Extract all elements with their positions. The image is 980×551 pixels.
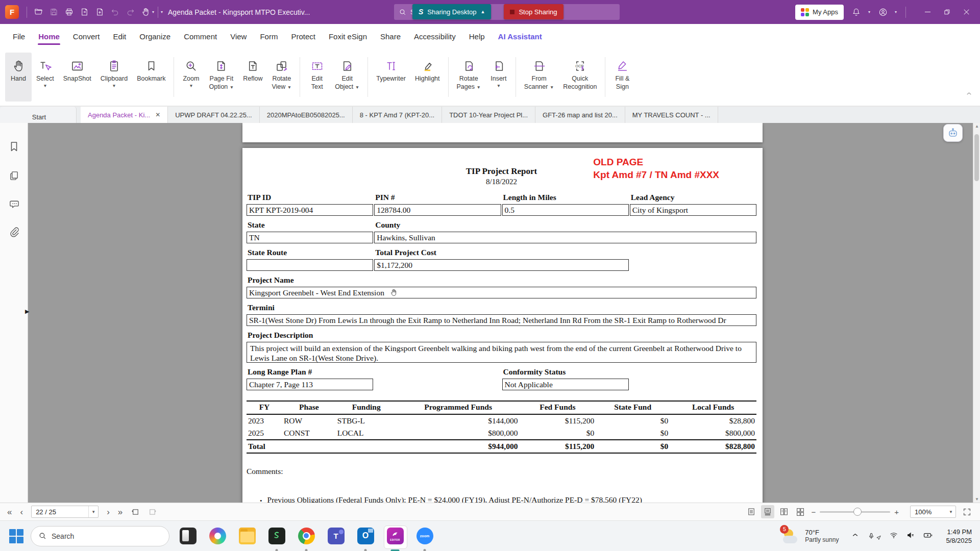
zoom-out-button[interactable]: − (811, 508, 816, 516)
facing-view-button[interactable] (777, 505, 791, 518)
last-page-button[interactable]: » (118, 508, 122, 516)
sharing-desktop-button[interactable]: S Sharing Desktop ▲ (412, 4, 491, 19)
taskbar-search-box[interactable]: Search (31, 526, 169, 546)
fullscreen-button[interactable] (962, 507, 972, 517)
print-icon[interactable] (61, 5, 77, 20)
insert-button[interactable]: Insert▼ (485, 53, 512, 102)
hidden-icons-chevron[interactable] (851, 531, 860, 541)
highlight-button[interactable]: Highlight (410, 53, 445, 102)
undo-icon[interactable] (107, 5, 122, 20)
facing-continuous-view-button[interactable] (794, 505, 807, 518)
previous-view-button[interactable] (131, 507, 140, 517)
zoom-level-box[interactable]: 100% ▼ (910, 506, 956, 518)
pages-panel-button[interactable] (8, 170, 20, 184)
ribbon-tab-share[interactable]: Share (374, 24, 407, 48)
toolbar-collapse-icon[interactable]: ▾ (161, 10, 163, 14)
ai-assistant-button[interactable] (943, 124, 963, 142)
bookmarks-panel-button[interactable] (7, 140, 21, 156)
ribbon-tab-protect[interactable]: Protect (284, 24, 322, 48)
open-folder-icon[interactable] (31, 5, 46, 20)
snapshot-button[interactable]: SnapShot (59, 53, 96, 102)
zoom-in-button[interactable]: + (894, 508, 899, 516)
chevron-down-icon[interactable]: ▾ (895, 10, 897, 14)
notifications-bell-icon[interactable] (849, 5, 864, 20)
wifi-icon[interactable] (889, 531, 898, 542)
doc-tab-mpa-eb[interactable]: 2020MPAtoEB05082025... (260, 107, 353, 123)
volume-muted-icon[interactable] (906, 531, 915, 542)
power-app-taskbar-icon[interactable] (265, 525, 288, 551)
ribbon-tab-file[interactable]: File (6, 24, 32, 48)
single-page-view-button[interactable] (745, 505, 758, 518)
vertical-scrollbar[interactable]: ▲ ▼ (973, 123, 980, 503)
hand-button[interactable]: Hand (5, 53, 32, 102)
ribbon-tab-home[interactable]: Home (32, 24, 66, 48)
ribbon-tab-help[interactable]: Help (462, 24, 492, 48)
rotate-view-button[interactable]: RotateView ▼ (267, 53, 296, 102)
zoom-taskbar-icon[interactable]: zoom (413, 525, 436, 551)
save-icon[interactable] (46, 5, 61, 20)
ribbon-tab-view[interactable]: View (224, 24, 253, 48)
from-scanner-button[interactable]: FromScanner ▼ (520, 53, 558, 102)
typewriter-button[interactable]: Typewriter (372, 53, 410, 102)
rotate-pages-button[interactable]: RotatePages ▼ (452, 53, 485, 102)
teams-taskbar-icon[interactable]: T (325, 525, 347, 551)
next-view-button[interactable] (148, 507, 157, 517)
first-page-button[interactable]: « (7, 508, 12, 516)
weather-widget[interactable]: 5 70°F Partly sunny (782, 528, 839, 544)
next-page-button[interactable]: › (107, 508, 110, 516)
quick-recognition-button[interactable]: OCRQuickRecognition (558, 53, 601, 102)
continuous-view-button[interactable] (761, 505, 774, 518)
ribbon-tab-edit[interactable]: Edit (106, 24, 133, 48)
outlook-taskbar-icon[interactable]: O (354, 525, 377, 551)
bookmark-button[interactable]: Bookmark (132, 53, 170, 102)
zoom-slider[interactable] (820, 511, 890, 513)
select-button[interactable]: Select▼ (32, 53, 59, 102)
doc-tab-gft-26[interactable]: GFT-26 map and list 20... (535, 107, 625, 123)
ribbon-tab-form[interactable]: Form (253, 24, 284, 48)
ribbon-tab-comment[interactable]: Comment (177, 24, 224, 48)
chevron-down-icon[interactable]: ▾ (868, 10, 870, 14)
ribbon-tab-organize[interactable]: Organize (133, 24, 177, 48)
ribbon-tab-accessibility[interactable]: Accessibility (407, 24, 462, 48)
foxit-editor-taskbar-icon[interactable]: EDITOR (384, 525, 406, 551)
edit-text-button[interactable]: EditText (304, 53, 330, 102)
doc-tab-agenda-packet[interactable]: Agenda Packet - Ki... ✕ (81, 107, 168, 123)
reflow-button[interactable]: Reflow (238, 53, 267, 102)
chevron-down-icon[interactable]: ▾ (152, 10, 154, 14)
attachments-panel-button[interactable] (8, 226, 20, 240)
export-icon[interactable] (77, 5, 92, 20)
file-explorer-taskbar-icon[interactable] (236, 525, 258, 551)
page-fit-option-button[interactable]: Page FitOption ▼ (204, 53, 238, 102)
previous-page-button[interactable]: ‹ (20, 508, 23, 516)
minimize-button[interactable] (919, 5, 936, 20)
redo-icon[interactable] (122, 5, 138, 20)
start-button[interactable] (6, 526, 27, 546)
my-apps-button[interactable]: My Apps (795, 5, 844, 20)
comments-panel-button[interactable] (8, 198, 20, 212)
restore-button[interactable] (938, 5, 955, 20)
doc-tab-my-travels[interactable]: MY TRAVELS COUNT - ... (625, 107, 718, 123)
hand-tool-icon[interactable] (138, 5, 153, 20)
chrome-taskbar-icon[interactable] (295, 525, 317, 551)
ribbon-tab-ai-assistant[interactable]: AI Assistant (492, 24, 549, 48)
ribbon-tab-foxit-esign[interactable]: Foxit eSign (322, 24, 374, 48)
copilot-taskbar-icon[interactable] (206, 525, 229, 551)
new-document-icon[interactable] (92, 5, 107, 20)
edit-object-button[interactable]: EditObject ▼ (330, 53, 364, 102)
zoom-slider-thumb[interactable] (853, 508, 862, 516)
close-button[interactable] (958, 5, 975, 20)
fill-sign-button[interactable]: Fill &Sign (609, 53, 635, 102)
doc-tab-tdot-10yr[interactable]: TDOT 10-Year Project Pl... (442, 107, 535, 123)
clipboard-button[interactable]: Clipboard▼ (96, 53, 133, 102)
stop-sharing-button[interactable]: Stop Sharing (504, 4, 563, 19)
doc-tab-upwp-draft[interactable]: UPWP DRAFT 04.22.25... (168, 107, 260, 123)
document-area[interactable]: TIP Project Report 8/18/2022 OLD PAGE Kp… (28, 123, 980, 503)
ribbon-tab-convert[interactable]: Convert (66, 24, 107, 48)
page-number-box[interactable]: 22 / 25 ▼ (31, 506, 99, 518)
docs-app-taskbar-icon[interactable] (177, 525, 199, 551)
close-tab-icon[interactable]: ✕ (155, 111, 160, 118)
chevron-down-icon[interactable]: ▼ (946, 506, 955, 517)
scrollbar-thumb[interactable] (974, 134, 979, 181)
doc-tab-kpt-amd[interactable]: 8 - KPT Amd 7 (KPT-20... (353, 107, 442, 123)
taskbar-clock[interactable]: 1:49 PM 5/8/2025 (946, 528, 972, 545)
